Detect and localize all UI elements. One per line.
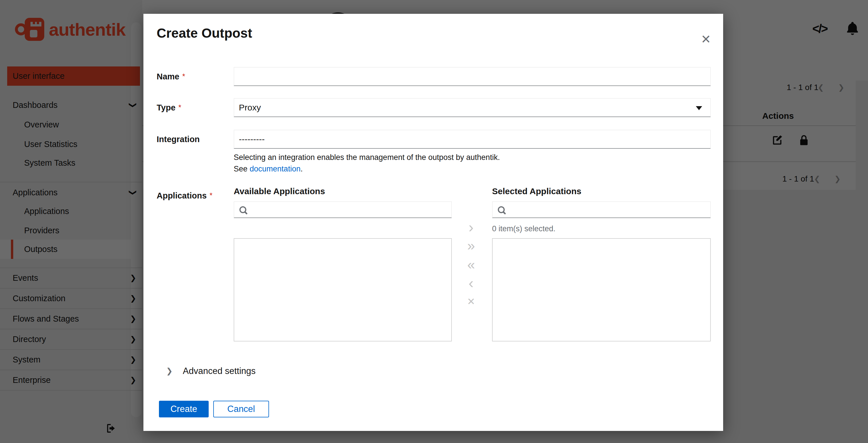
add-selected-icon[interactable]: › — [463, 220, 479, 234]
type-select[interactable]: Proxy — [234, 98, 711, 117]
selected-applications-title: Selected Applications — [492, 186, 582, 196]
create-button[interactable]: Create — [159, 401, 209, 417]
available-applications-title: Available Applications — [234, 186, 325, 196]
clear-selection-icon[interactable]: ✕ — [463, 294, 479, 309]
selected-applications-listbox[interactable] — [492, 238, 711, 342]
advanced-settings-toggle[interactable]: Advanced settings — [183, 365, 255, 377]
authentik-admin-app: </> 1 - 1 of 1 ❮ ❯ Actions 1 - 1 of 1 ❮ … — [0, 0, 868, 443]
documentation-link[interactable]: documentation — [250, 165, 301, 173]
selected-count-label: 0 item(s) selected. — [492, 225, 556, 233]
integration-select[interactable]: --------- — [234, 130, 711, 149]
selected-applications-search-input[interactable] — [492, 201, 711, 218]
remove-selected-icon[interactable]: ‹ — [463, 276, 479, 290]
search-icon — [498, 206, 505, 213]
available-applications-listbox[interactable] — [234, 238, 452, 342]
chevron-right-icon: ❯ — [166, 365, 173, 377]
available-applications-search-input[interactable] — [234, 201, 452, 218]
cancel-button[interactable]: Cancel — [213, 401, 269, 417]
type-label: Type* — [157, 103, 181, 113]
required-asterisk: * — [210, 191, 212, 200]
integration-select-value: --------- — [239, 134, 265, 144]
integration-label: Integration — [157, 135, 200, 144]
modal-title: Create Outpost — [157, 25, 252, 41]
remove-all-icon[interactable]: « — [463, 257, 479, 271]
required-asterisk: * — [179, 103, 181, 112]
required-asterisk: * — [182, 72, 185, 81]
name-input[interactable] — [234, 67, 711, 86]
integration-help-doc: See documentation. — [234, 164, 303, 174]
name-label: Name* — [157, 72, 185, 81]
type-select-value: Proxy — [239, 103, 261, 113]
close-icon[interactable]: ✕ — [697, 30, 715, 48]
applications-label: Applications* — [157, 191, 212, 201]
caret-down-icon — [696, 106, 702, 110]
integration-help-text: Selecting an integration enables the man… — [234, 152, 500, 162]
create-outpost-modal: Create Outpost ✕ Name* Type* Proxy Integ… — [144, 14, 723, 431]
search-icon — [240, 206, 246, 213]
add-all-icon[interactable]: » — [463, 238, 479, 253]
